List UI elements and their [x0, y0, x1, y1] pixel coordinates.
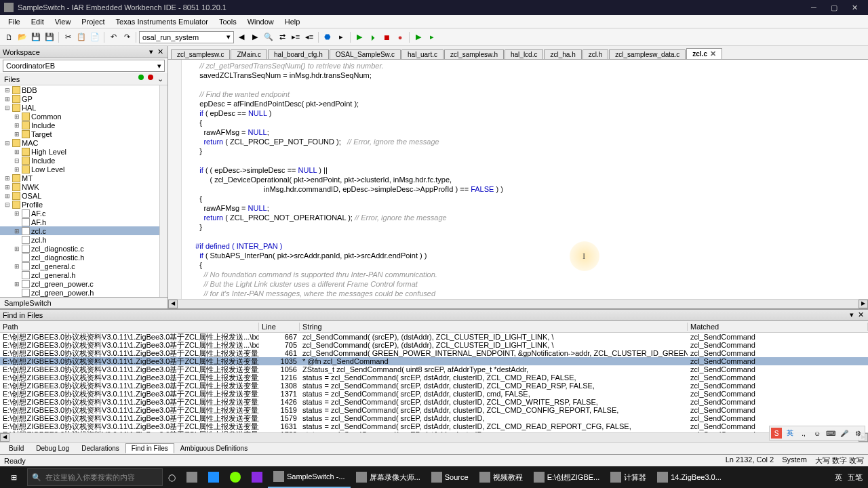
ft-keyboard-icon[interactable]: ⌨	[825, 428, 836, 439]
tree-item-osal[interactable]: ⊞OSAL	[0, 191, 167, 200]
toggle-bp-icon[interactable]: ●	[394, 31, 406, 43]
expand-icon[interactable]: ⊞	[14, 281, 20, 287]
expand-icon[interactable]: ⊞	[14, 131, 20, 138]
tree-item-mt[interactable]: ⊞MT	[0, 174, 167, 182]
start-button[interactable]: ⊞	[0, 466, 27, 488]
tree-item-common[interactable]: ⊞Common	[0, 112, 167, 121]
tab-ZMain-c[interactable]: ZMain.c	[231, 49, 267, 59]
fif-hscroll-left-icon[interactable]: ◀	[0, 433, 9, 442]
tab-hal-board-cfg-h[interactable]: hal_board_cfg.h	[268, 49, 329, 59]
config-dropdown[interactable]: CoordinatorEB▾	[3, 60, 165, 72]
menu-texas-instruments-emulator[interactable]: Texas Instruments Emulator	[111, 16, 214, 27]
ft-mic-icon[interactable]: 🎤	[839, 428, 850, 439]
ws-pin-icon[interactable]: ▾	[148, 47, 155, 56]
paste-icon[interactable]: 📄	[89, 31, 101, 43]
col-string[interactable]: String	[300, 323, 688, 331]
hscroll-right-icon[interactable]: ▶	[859, 300, 868, 308]
tray-lang[interactable]: 英	[835, 472, 842, 483]
menu-window[interactable]: Window	[242, 16, 279, 27]
bookmark-icon[interactable]: ▸≡	[290, 31, 302, 43]
tree-item-target[interactable]: ⊞Target	[0, 129, 167, 138]
menu-project[interactable]: Project	[76, 16, 110, 27]
expand-icon[interactable]: ⊞	[14, 228, 20, 235]
expand-icon[interactable]: ⊞	[4, 192, 11, 199]
close-button[interactable]: ✕	[845, 1, 864, 14]
redo-icon[interactable]: ↷	[121, 31, 133, 43]
tab-close-icon[interactable]: ✕	[710, 49, 716, 58]
system-tray[interactable]: 英 五笔	[829, 472, 868, 483]
tree-item-mac[interactable]: ⊟MAC	[0, 138, 167, 147]
tab-zcl-h[interactable]: zcl.h	[583, 49, 609, 59]
menu-view[interactable]: View	[50, 16, 77, 27]
expand-icon[interactable]: ⊞	[4, 184, 11, 190]
tree-item-zcl-general-h[interactable]: zcl_general.h	[0, 270, 167, 279]
ft-smile-icon[interactable]: ☺	[812, 428, 823, 439]
expand-icon[interactable]: ⊞	[4, 175, 11, 182]
expand-icon[interactable]: ⊟	[4, 104, 11, 111]
compile-icon[interactable]: ▶	[353, 31, 366, 43]
taskbar-item[interactable]: SampleSwitch -...	[268, 466, 351, 488]
expand-icon[interactable]: ⊞	[14, 148, 20, 155]
bottom-tab-find-in-files[interactable]: Find in Files	[125, 443, 174, 453]
ft-s-icon[interactable]: S	[771, 428, 782, 439]
tree-item-low-level[interactable]: ⊞Low Level	[0, 165, 167, 174]
stop-icon[interactable]: ⏹	[380, 31, 393, 43]
tree-scrollbar[interactable]	[159, 85, 167, 297]
tab-hal-lcd-c[interactable]: hal_lcd.c	[505, 49, 543, 59]
tab-zcl-c[interactable]: zcl.c✕	[686, 48, 722, 59]
tree-item-zcl-diagnostic-h[interactable]: zcl_diagnostic.h	[0, 253, 167, 262]
bottom-tab-declarations[interactable]: Declarations	[75, 443, 125, 453]
workspace-footer-tab[interactable]: SampleSwitch	[0, 297, 167, 308]
cut-icon[interactable]: ✂	[62, 31, 74, 43]
fif-hscroll-track[interactable]	[9, 433, 859, 442]
expand-icon[interactable]: ⊟	[4, 87, 11, 94]
col-line[interactable]: Line	[259, 323, 300, 331]
tab-zcl-samplesw-data-c[interactable]: zcl_samplesw_data.c	[609, 49, 686, 59]
tree-item-af-c[interactable]: ⊞AF.c	[0, 209, 167, 218]
taskbar-item[interactable]: E:\创想ZIGBE...	[528, 466, 606, 488]
tab-zcl-ha-h[interactable]: zcl_ha.h	[544, 49, 581, 59]
taskbar-app3[interactable]	[246, 466, 268, 488]
tree-item-zcl-green-power-c[interactable]: ⊞zcl_green_power.c	[0, 279, 167, 288]
tree-item-profile[interactable]: ⊟Profile	[0, 200, 167, 209]
copy-icon[interactable]: 📋	[75, 31, 87, 43]
taskbar-app2[interactable]	[224, 466, 246, 488]
expand-icon[interactable]: ⊞	[14, 122, 20, 129]
tree-item-include[interactable]: ⊟Include	[0, 156, 167, 165]
expand-icon[interactable]: ⊞	[14, 166, 20, 173]
dot-red-icon[interactable]	[148, 75, 153, 80]
tree-item-zcl-green-power-h[interactable]: zcl_green_power.h	[0, 288, 167, 297]
taskbar-item[interactable]: 视频教程	[474, 466, 528, 488]
taskbar-app5[interactable]	[181, 466, 203, 488]
tree-item-include[interactable]: ⊞Include	[0, 121, 167, 129]
tree-item-zcl-diagnostic-c[interactable]: ⊞zcl_diagnostic.c	[0, 244, 167, 253]
ws-close-icon[interactable]: ✕	[156, 47, 165, 56]
menu-edit[interactable]: Edit	[26, 16, 50, 27]
save-icon[interactable]: 💾	[30, 31, 42, 43]
tree-item-hal[interactable]: ⊟HAL	[0, 103, 167, 112]
find-next-icon[interactable]: ▶	[249, 31, 261, 43]
tree-item-zcl-h[interactable]: zcl.h	[0, 235, 167, 244]
taskbar-item[interactable]: Source	[426, 466, 474, 488]
tree-item-zcl-general-c[interactable]: ⊞zcl_general.c	[0, 262, 167, 270]
expand-icon[interactable]: ⊞	[4, 96, 11, 102]
ft-lang-icon[interactable]: 英	[785, 428, 795, 439]
task-view-icon[interactable]: ◯	[163, 466, 181, 488]
tree-item-bdb[interactable]: ⊟BDB	[0, 85, 167, 94]
saveall-icon[interactable]: 💾	[43, 31, 56, 43]
bottom-tab-debug-log[interactable]: Debug Log	[30, 443, 75, 453]
menu-file[interactable]: File	[3, 16, 26, 27]
col-path[interactable]: Path	[0, 323, 259, 331]
find-prev-icon[interactable]: ◀	[235, 31, 248, 43]
tree-item-high-level[interactable]: ⊞High Level	[0, 147, 167, 156]
gutter[interactable]	[168, 60, 182, 299]
tab-zcl-samplesw-c[interactable]: zcl_samplesw.c	[171, 49, 230, 59]
find-icon[interactable]: 🔍	[262, 31, 275, 43]
nav-fwd-icon[interactable]: ▸	[335, 31, 347, 43]
col-matched[interactable]: Matched	[688, 323, 868, 331]
expand-icon[interactable]: ⊟	[14, 157, 20, 164]
download-icon[interactable]: ▶	[412, 31, 425, 43]
expand-icon[interactable]: ⊞	[14, 263, 20, 270]
open-icon[interactable]: 📂	[16, 31, 28, 43]
tree-item-nwk[interactable]: ⊞NWK	[0, 182, 167, 191]
